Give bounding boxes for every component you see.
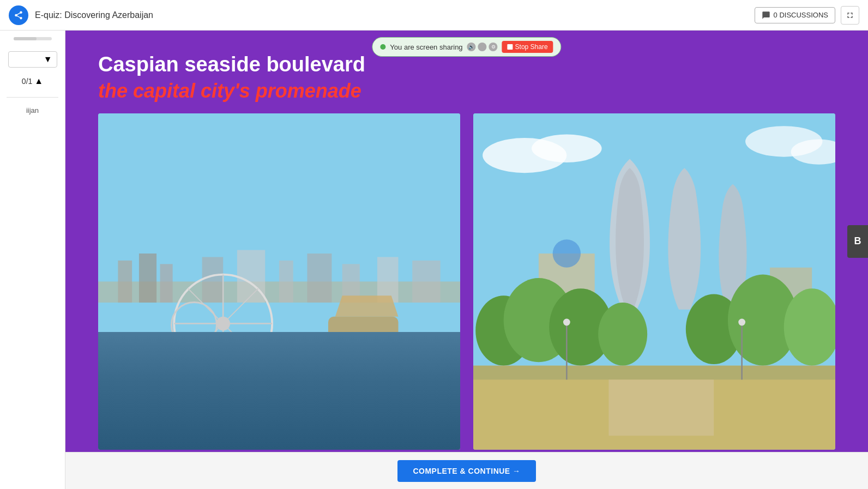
svg-rect-19: [328, 316, 399, 351]
waterfront-image: [98, 113, 460, 450]
svg-point-38: [598, 303, 647, 366]
svg-rect-44: [608, 379, 714, 436]
svg-point-46: [563, 318, 570, 325]
svg-rect-2: [118, 260, 132, 302]
chevron-down-icon: ▼: [44, 55, 52, 64]
svg-rect-43: [473, 365, 835, 379]
screen-share-icons: 🔊 ⚙: [467, 43, 498, 51]
main-layout: ▼ 0/1 ▲ iijan You are screen sharing 🔊 ⚙: [0, 31, 868, 489]
settings-icon: ⚙: [489, 43, 498, 51]
svg-point-26: [335, 389, 391, 397]
circle-icon: [478, 43, 487, 51]
flame-towers-image: [473, 113, 835, 450]
sidebar-progress-fill: [14, 37, 37, 40]
slide-image-right: [473, 113, 835, 450]
svg-point-17: [216, 316, 230, 330]
svg-rect-7: [279, 260, 293, 302]
right-panel[interactable]: B: [847, 225, 868, 258]
discussions-button[interactable]: 0 DISCUSSIONS: [755, 7, 835, 23]
svg-rect-3: [139, 253, 156, 303]
slide-title-sub: the capital city's promenade: [98, 80, 835, 102]
chat-icon: [762, 11, 770, 20]
sidebar: ▼ 0/1 ▲ iijan: [0, 31, 65, 489]
mic-icon: 🔊: [467, 43, 476, 51]
slide-image-left: [98, 113, 460, 450]
fullscreen-icon: [846, 11, 854, 20]
stop-share-button[interactable]: Stop Share: [502, 41, 553, 53]
svg-marker-20: [335, 295, 399, 317]
svg-point-33: [553, 239, 581, 267]
sidebar-counter: 0/1 ▲: [22, 76, 43, 86]
flame-towers-svg: [473, 113, 835, 450]
sidebar-divider: [7, 97, 58, 98]
sidebar-item-azerbaijan[interactable]: iijan: [0, 102, 65, 119]
screen-share-message: You are screen sharing: [390, 43, 462, 51]
sidebar-dropdown[interactable]: ▼: [8, 51, 57, 68]
svg-rect-24: [98, 387, 460, 389]
complete-continue-label: COMPLETE & CONTINUE →: [413, 467, 520, 475]
b-button-label[interactable]: B: [854, 236, 861, 247]
top-bar: E-quiz: Discovering Azerbaijan 0 DISCUSS…: [0, 0, 868, 31]
bottom-bar: COMPLETE & CONTINUE →: [65, 452, 868, 489]
slide: You are screen sharing 🔊 ⚙ Stop Share Ca…: [65, 31, 868, 452]
svg-rect-6: [237, 250, 265, 302]
slide-container: You are screen sharing 🔊 ⚙ Stop Share Ca…: [65, 31, 868, 452]
svg-point-29: [532, 134, 602, 162]
sidebar-collapse-button[interactable]: ▲: [34, 76, 43, 86]
page-title: E-quiz: Discovering Azerbaijan: [35, 10, 153, 20]
svg-rect-11: [412, 260, 440, 302]
screen-share-status-dot: [380, 44, 385, 50]
svg-rect-21: [98, 358, 460, 449]
stop-square-icon: [508, 44, 513, 50]
images-row: [98, 113, 835, 450]
share-icon: [14, 10, 23, 20]
svg-rect-8: [307, 253, 331, 303]
content-area: You are screen sharing 🔊 ⚙ Stop Share Ca…: [65, 31, 868, 489]
svg-rect-4: [160, 264, 173, 303]
svg-point-48: [738, 318, 745, 325]
share-button[interactable]: [9, 5, 28, 25]
fullscreen-button[interactable]: [841, 6, 859, 25]
complete-continue-button[interactable]: COMPLETE & CONTINUE →: [397, 460, 535, 482]
svg-point-25: [202, 381, 244, 393]
svg-rect-23: [98, 372, 460, 375]
sidebar-progress-bar: [14, 37, 52, 40]
top-bar-left: E-quiz: Discovering Azerbaijan: [9, 5, 153, 25]
screen-sharing-banner: You are screen sharing 🔊 ⚙ Stop Share: [372, 37, 561, 57]
stop-share-label: Stop Share: [515, 43, 548, 51]
discussions-label: 0 DISCUSSIONS: [774, 11, 828, 19]
svg-rect-22: [98, 362, 460, 364]
svg-rect-5: [202, 257, 224, 303]
sidebar-counter-text: 0/1: [22, 77, 32, 86]
waterfront-svg: [98, 113, 460, 450]
